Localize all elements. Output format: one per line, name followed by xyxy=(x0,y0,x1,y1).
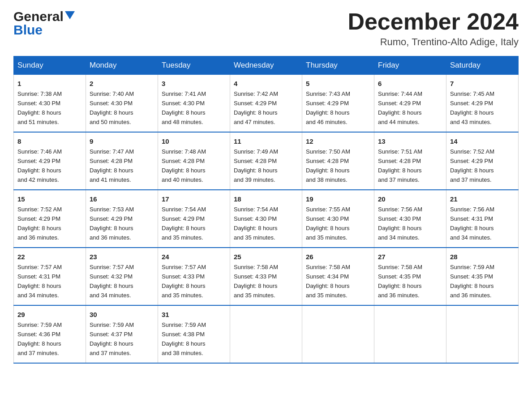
day-number: 7 xyxy=(450,78,515,89)
calendar-cell: 10Sunrise: 7:48 AMSunset: 4:28 PMDayligh… xyxy=(158,132,230,190)
calendar-cell: 12Sunrise: 7:50 AMSunset: 4:28 PMDayligh… xyxy=(302,132,374,190)
day-info: Sunrise: 7:59 AMSunset: 4:38 PMDaylight:… xyxy=(162,321,206,356)
day-info: Sunrise: 7:50 AMSunset: 4:28 PMDaylight:… xyxy=(306,148,350,183)
day-info: Sunrise: 7:54 AMSunset: 4:29 PMDaylight:… xyxy=(162,206,206,241)
calendar-cell: 25Sunrise: 7:58 AMSunset: 4:33 PMDayligh… xyxy=(230,248,302,305)
header-thursday: Thursday xyxy=(302,56,374,75)
calendar-cell: 27Sunrise: 7:58 AMSunset: 4:35 PMDayligh… xyxy=(374,248,446,305)
calendar-cell: 26Sunrise: 7:58 AMSunset: 4:34 PMDayligh… xyxy=(302,248,374,305)
day-info: Sunrise: 7:43 AMSunset: 4:29 PMDaylight:… xyxy=(306,90,350,125)
calendar-cell: 11Sunrise: 7:49 AMSunset: 4:28 PMDayligh… xyxy=(230,132,302,190)
day-info: Sunrise: 7:44 AMSunset: 4:29 PMDaylight:… xyxy=(378,90,422,125)
day-info: Sunrise: 7:47 AMSunset: 4:28 PMDaylight:… xyxy=(90,148,134,183)
day-number: 24 xyxy=(162,252,226,262)
day-number: 12 xyxy=(306,136,370,146)
day-info: Sunrise: 7:56 AMSunset: 4:30 PMDaylight:… xyxy=(378,206,422,241)
calendar-cell: 20Sunrise: 7:56 AMSunset: 4:30 PMDayligh… xyxy=(374,190,446,248)
calendar-cell: 23Sunrise: 7:57 AMSunset: 4:32 PMDayligh… xyxy=(86,248,158,305)
calendar-table: SundayMondayTuesdayWednesdayThursdayFrid… xyxy=(13,56,519,364)
day-number: 6 xyxy=(378,78,442,89)
day-number: 31 xyxy=(162,309,226,320)
calendar-week-row: 8Sunrise: 7:46 AMSunset: 4:29 PMDaylight… xyxy=(14,132,519,190)
day-number: 4 xyxy=(234,78,298,89)
calendar-cell xyxy=(230,305,302,363)
calendar-cell: 16Sunrise: 7:53 AMSunset: 4:29 PMDayligh… xyxy=(86,190,158,248)
day-number: 19 xyxy=(306,194,370,204)
day-number: 27 xyxy=(378,252,442,262)
day-info: Sunrise: 7:49 AMSunset: 4:28 PMDaylight:… xyxy=(234,148,278,183)
day-info: Sunrise: 7:51 AMSunset: 4:28 PMDaylight:… xyxy=(378,148,422,183)
logo: General Blue xyxy=(13,9,75,38)
day-number: 16 xyxy=(90,194,154,204)
day-number: 3 xyxy=(162,78,226,89)
calendar-cell: 21Sunrise: 7:56 AMSunset: 4:31 PMDayligh… xyxy=(446,190,519,248)
header-friday: Friday xyxy=(374,56,446,75)
calendar-cell xyxy=(302,305,374,363)
calendar-cell: 8Sunrise: 7:46 AMSunset: 4:29 PMDaylight… xyxy=(14,132,86,190)
day-number: 2 xyxy=(90,78,154,89)
calendar-cell: 6Sunrise: 7:44 AMSunset: 4:29 PMDaylight… xyxy=(374,75,446,132)
title-block: December 2024 Rumo, Trentino-Alto Adige,… xyxy=(348,9,519,48)
day-info: Sunrise: 7:52 AMSunset: 4:29 PMDaylight:… xyxy=(450,148,494,183)
calendar-cell: 9Sunrise: 7:47 AMSunset: 4:28 PMDaylight… xyxy=(86,132,158,190)
day-number: 5 xyxy=(306,78,370,89)
day-info: Sunrise: 7:58 AMSunset: 4:33 PMDaylight:… xyxy=(234,264,278,299)
calendar-cell: 1Sunrise: 7:38 AMSunset: 4:30 PMDaylight… xyxy=(14,75,86,132)
day-info: Sunrise: 7:54 AMSunset: 4:30 PMDaylight:… xyxy=(234,206,278,241)
day-info: Sunrise: 7:56 AMSunset: 4:31 PMDaylight:… xyxy=(450,206,494,241)
day-info: Sunrise: 7:57 AMSunset: 4:33 PMDaylight:… xyxy=(162,264,206,299)
day-number: 21 xyxy=(450,194,515,204)
calendar-cell: 19Sunrise: 7:55 AMSunset: 4:30 PMDayligh… xyxy=(302,190,374,248)
month-title: December 2024 xyxy=(348,9,519,34)
header-tuesday: Tuesday xyxy=(158,56,230,75)
day-info: Sunrise: 7:45 AMSunset: 4:29 PMDaylight:… xyxy=(450,90,494,125)
calendar-cell: 15Sunrise: 7:52 AMSunset: 4:29 PMDayligh… xyxy=(14,190,86,248)
calendar-cell: 4Sunrise: 7:42 AMSunset: 4:29 PMDaylight… xyxy=(230,75,302,132)
calendar-week-row: 22Sunrise: 7:57 AMSunset: 4:31 PMDayligh… xyxy=(14,248,519,305)
day-number: 17 xyxy=(162,194,226,204)
calendar-cell xyxy=(446,305,519,363)
calendar-week-row: 15Sunrise: 7:52 AMSunset: 4:29 PMDayligh… xyxy=(14,190,519,248)
calendar-week-row: 1Sunrise: 7:38 AMSunset: 4:30 PMDaylight… xyxy=(14,75,519,132)
calendar-cell: 7Sunrise: 7:45 AMSunset: 4:29 PMDaylight… xyxy=(446,75,519,132)
day-info: Sunrise: 7:40 AMSunset: 4:30 PMDaylight:… xyxy=(90,90,134,125)
day-info: Sunrise: 7:57 AMSunset: 4:31 PMDaylight:… xyxy=(17,264,62,299)
day-number: 1 xyxy=(17,78,82,89)
location-title: Rumo, Trentino-Alto Adige, Italy xyxy=(348,36,519,48)
calendar-cell: 31Sunrise: 7:59 AMSunset: 4:38 PMDayligh… xyxy=(158,305,230,363)
calendar-header-row: SundayMondayTuesdayWednesdayThursdayFrid… xyxy=(14,56,519,75)
calendar-cell: 14Sunrise: 7:52 AMSunset: 4:29 PMDayligh… xyxy=(446,132,519,190)
day-info: Sunrise: 7:52 AMSunset: 4:29 PMDaylight:… xyxy=(17,206,62,241)
day-number: 8 xyxy=(17,136,82,146)
day-info: Sunrise: 7:48 AMSunset: 4:28 PMDaylight:… xyxy=(162,148,206,183)
svg-marker-0 xyxy=(65,11,75,19)
day-number: 14 xyxy=(450,136,515,146)
day-number: 18 xyxy=(234,194,298,204)
day-number: 22 xyxy=(17,252,82,262)
day-number: 26 xyxy=(306,252,370,262)
day-number: 10 xyxy=(162,136,226,146)
calendar-cell: 28Sunrise: 7:59 AMSunset: 4:35 PMDayligh… xyxy=(446,248,519,305)
day-number: 25 xyxy=(234,252,298,262)
day-number: 20 xyxy=(378,194,442,204)
logo-general-text: General xyxy=(13,9,64,24)
day-info: Sunrise: 7:58 AMSunset: 4:35 PMDaylight:… xyxy=(378,264,422,299)
calendar-cell: 17Sunrise: 7:54 AMSunset: 4:29 PMDayligh… xyxy=(158,190,230,248)
day-info: Sunrise: 7:46 AMSunset: 4:29 PMDaylight:… xyxy=(17,148,62,183)
day-number: 29 xyxy=(17,309,82,320)
day-info: Sunrise: 7:55 AMSunset: 4:30 PMDaylight:… xyxy=(306,206,350,241)
day-number: 13 xyxy=(378,136,442,146)
day-number: 30 xyxy=(90,309,154,320)
calendar-cell: 13Sunrise: 7:51 AMSunset: 4:28 PMDayligh… xyxy=(374,132,446,190)
calendar-cell: 2Sunrise: 7:40 AMSunset: 4:30 PMDaylight… xyxy=(86,75,158,132)
calendar-cell: 22Sunrise: 7:57 AMSunset: 4:31 PMDayligh… xyxy=(14,248,86,305)
logo-arrow-icon xyxy=(65,11,75,20)
day-info: Sunrise: 7:38 AMSunset: 4:30 PMDaylight:… xyxy=(17,90,62,125)
calendar-cell: 3Sunrise: 7:41 AMSunset: 4:30 PMDaylight… xyxy=(158,75,230,132)
header-sunday: Sunday xyxy=(14,56,86,75)
day-number: 11 xyxy=(234,136,298,146)
day-number: 15 xyxy=(17,194,82,204)
calendar-cell: 24Sunrise: 7:57 AMSunset: 4:33 PMDayligh… xyxy=(158,248,230,305)
calendar-cell: 29Sunrise: 7:59 AMSunset: 4:36 PMDayligh… xyxy=(14,305,86,363)
day-number: 9 xyxy=(90,136,154,146)
